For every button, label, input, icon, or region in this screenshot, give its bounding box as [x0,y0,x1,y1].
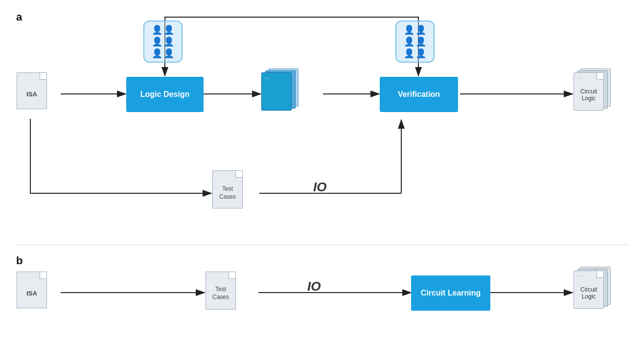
isa-a-label: ISA [17,91,46,98]
person-icon: 👤 [163,36,174,47]
isa-doc-a: ISA [17,72,47,109]
person-icon: 👤 [163,48,174,59]
person-icon: 👤 [415,24,426,35]
io-label-b: IO [307,279,321,294]
verification-box: Verification [380,77,458,112]
io-label-a: IO [313,180,326,195]
circuit-logic-out-a: ··· CircuitLogic [574,69,618,117]
logic-design-box: Logic Design [126,77,204,112]
person-icon: 👤 [152,36,162,47]
test-cases-doc-a: TestCases [212,170,243,208]
section-a-label: a [16,11,22,23]
section-b-label: b [16,254,23,267]
person-icon: 👤 [163,24,174,35]
people-group-2: 👤 👤 👤 👤 👤 👤 [395,21,435,63]
circuit-learning-box: Circuit Learning [411,275,490,311]
test-cases-b-label: TestCases [206,286,235,301]
person-icon: 👤 [152,24,162,35]
person-icon: 👤 [404,48,414,59]
person-icon: 👤 [415,48,426,59]
person-icon: 👤 [415,36,426,47]
isa-doc-b: ISA [17,272,47,308]
test-cases-doc-b: TestCases [206,272,236,310]
person-icon: 👤 [152,48,162,59]
circuit-logic-out-b: ··· CircuitLogic [574,267,618,316]
circuit-logic-stack-a: ··· [261,69,305,117]
section-divider [16,245,628,245]
isa-b-label: ISA [17,290,46,297]
people-group-1: 👤 👤 👤 👤 👤 👤 [143,21,183,63]
person-icon: 👤 [404,36,414,47]
test-cases-a-label: TestCases [213,185,242,201]
person-icon: 👤 [404,24,414,35]
